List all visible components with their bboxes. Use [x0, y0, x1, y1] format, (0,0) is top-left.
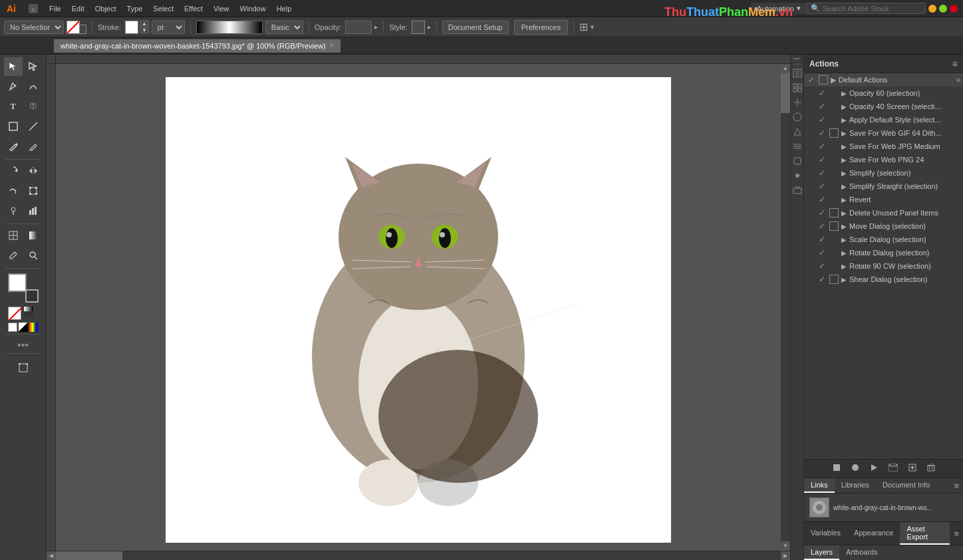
- style-preset-select[interactable]: Basic: [265, 21, 303, 34]
- panel-icon-9[interactable]: [793, 186, 802, 196]
- action-item-5[interactable]: ✓ ▶ Save For Web PNG 24: [804, 153, 963, 166]
- stroke-unit-select[interactable]: pt: [152, 21, 185, 34]
- actions-list[interactable]: ✓ ▶ Default Actions ≡ ✓ ▶ Opacity 60 (se…: [804, 73, 963, 459]
- action-item-14[interactable]: ✓ ▶ Shear Dialog (selection): [804, 273, 963, 286]
- libraries-tab[interactable]: Libraries: [835, 478, 876, 493]
- close-button[interactable]: [950, 5, 958, 13]
- paintbrush-tool[interactable]: [4, 137, 23, 156]
- scroll-thumb[interactable]: [781, 73, 790, 113]
- horizontal-scrollbar[interactable]: ◀ ▶: [47, 551, 790, 560]
- pencil-tool[interactable]: [24, 137, 43, 156]
- scroll-right-btn[interactable]: ▶: [781, 551, 790, 560]
- document-tab[interactable]: white-and-gray-cat-in-brown-woven-basket…: [53, 39, 341, 53]
- action-item-6[interactable]: ✓ ▶ Simplify (selection): [804, 166, 963, 180]
- panel-icon-5[interactable]: [793, 127, 802, 138]
- eyedropper-tool[interactable]: [4, 246, 23, 265]
- minimize-button[interactable]: [928, 5, 936, 13]
- hscroll-track[interactable]: [56, 551, 781, 560]
- scroll-up-btn[interactable]: ▲: [781, 64, 790, 73]
- pen-tool[interactable]: [4, 77, 23, 96]
- scroll-down-btn[interactable]: ▼: [781, 541, 790, 551]
- selection-tool[interactable]: [4, 57, 23, 76]
- panel-icon-2[interactable]: [793, 83, 802, 94]
- action-item-12[interactable]: ✓ ▶ Rotate Dialog (selection): [804, 246, 963, 259]
- maximize-button[interactable]: [939, 5, 947, 13]
- doc-info-tab[interactable]: Document Info: [876, 478, 937, 493]
- panel-icon-1[interactable]: [793, 69, 802, 79]
- menu-help[interactable]: Help: [271, 3, 297, 14]
- stroke-swatch[interactable]: [25, 289, 39, 303]
- panel-options-btn[interactable]: ≡: [956, 76, 960, 84]
- doc-setup-button[interactable]: Document Setup: [442, 21, 509, 34]
- zoom-tool[interactable]: [24, 246, 43, 265]
- style-swatch[interactable]: [412, 21, 425, 34]
- gradient-tool[interactable]: [24, 226, 43, 245]
- panel-icon-3[interactable]: [793, 98, 802, 108]
- symbol-sprayer-tool[interactable]: [4, 202, 23, 220]
- link-item-0[interactable]: white-and-gray-cat-in-brown-wo...: [807, 496, 960, 519]
- stroke-up-btn[interactable]: ▲: [140, 21, 149, 27]
- tab-close-btn[interactable]: ×: [330, 42, 334, 49]
- search-stock-input[interactable]: [823, 5, 921, 13]
- selection-dropdown[interactable]: No Selection: [4, 21, 64, 34]
- line-tool[interactable]: [24, 117, 43, 136]
- none-swatch[interactable]: [8, 323, 17, 332]
- variables-tab[interactable]: Variables: [804, 526, 847, 541]
- menu-view[interactable]: View: [208, 3, 235, 14]
- layers-tab[interactable]: Layers: [804, 545, 839, 560]
- links-tab[interactable]: Links: [804, 478, 835, 493]
- automation-button[interactable]: Automation ▾: [752, 3, 806, 14]
- fill-color-swatch[interactable]: [67, 21, 80, 34]
- rectangle-tool[interactable]: [4, 117, 23, 136]
- action-item-0[interactable]: ✓ ▶ Opacity 60 (selection): [804, 86, 963, 100]
- warp-tool[interactable]: [4, 182, 23, 200]
- opacity-input[interactable]: 100%: [345, 21, 372, 34]
- swap-colors-btn[interactable]: [19, 323, 28, 332]
- menu-effect[interactable]: Effect: [179, 3, 208, 14]
- artboards-tab[interactable]: Artboards: [839, 545, 885, 560]
- workspace-expand-btn[interactable]: ▾: [591, 23, 594, 31]
- menu-edit[interactable]: Edit: [67, 3, 90, 14]
- reflect-tool[interactable]: [24, 162, 43, 180]
- asset-export-tab[interactable]: Asset Export: [900, 522, 950, 545]
- rotate-tool[interactable]: [4, 162, 23, 180]
- stop-btn[interactable]: [830, 462, 843, 475]
- hscroll-thumb[interactable]: [56, 551, 122, 560]
- style-expand-btn[interactable]: ▸: [428, 23, 431, 31]
- panel-icon-7[interactable]: [793, 156, 802, 167]
- preferences-button[interactable]: Preferences: [514, 20, 568, 35]
- action-item-11[interactable]: ✓ ▶ Scale Dialog (selection): [804, 233, 963, 246]
- canvas-area[interactable]: [56, 64, 781, 551]
- workspace-icon[interactable]: ⊞: [579, 21, 588, 33]
- gradient-swatch-btn[interactable]: [24, 307, 33, 316]
- action-item-1[interactable]: ✓ ▶ Opacity 40 Screen (selecti...: [804, 100, 963, 113]
- fill-swatch[interactable]: [8, 273, 27, 292]
- panel-icon-6[interactable]: [793, 142, 802, 152]
- curvature-tool[interactable]: [24, 77, 43, 96]
- panel-toggle-btn[interactable]: ⟩: [793, 57, 801, 60]
- opacity-expand-btn[interactable]: ▸: [374, 23, 378, 31]
- free-transform-tool[interactable]: [24, 182, 43, 200]
- action-item-2[interactable]: ✓ ▶ Apply Default Style (select...: [804, 113, 963, 126]
- menu-type[interactable]: Type: [122, 3, 148, 14]
- actions-collapse-btn[interactable]: ≡: [952, 59, 958, 69]
- action-item-4[interactable]: ✓ ▶ Save For Web JPG Medium: [804, 140, 963, 153]
- menu-object[interactable]: Object: [90, 3, 122, 14]
- action-item-7[interactable]: ✓ ▶ Simplify Straight (selection): [804, 180, 963, 193]
- color-mode-btn[interactable]: [8, 307, 21, 320]
- scroll-left-btn[interactable]: ◀: [47, 551, 56, 560]
- play-btn[interactable]: [867, 462, 881, 475]
- panel-icon-8[interactable]: [793, 171, 802, 182]
- touch-type-tool[interactable]: Ⓣ: [24, 97, 43, 116]
- bottom-tabs-menu-btn[interactable]: ≡: [950, 527, 963, 540]
- record-btn[interactable]: [849, 462, 862, 475]
- stroke-color-picker[interactable]: [125, 21, 138, 34]
- actions-group-header[interactable]: ✓ ▶ Default Actions ≡: [804, 73, 963, 86]
- mesh-tool[interactable]: [4, 226, 23, 245]
- menu-file[interactable]: File: [44, 3, 67, 14]
- action-item-10[interactable]: ✓ ▶ Move Dialog (selection): [804, 219, 963, 233]
- new-action-btn[interactable]: [906, 462, 919, 475]
- action-item-9[interactable]: ✓ ▶ Delete Unused Panel Items: [804, 206, 963, 219]
- action-item-13[interactable]: ✓ ▶ Rotate 90 CW (selection): [804, 259, 963, 273]
- links-panel-menu-btn[interactable]: ≡: [950, 478, 963, 493]
